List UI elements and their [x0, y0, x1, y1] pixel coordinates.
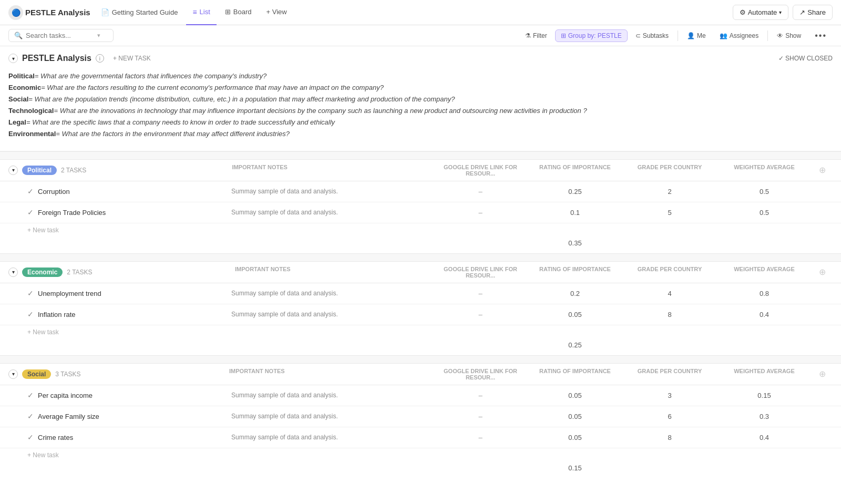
task-name-cell: ✓ Per capita income — [27, 391, 227, 399]
col-header-rating-e: RATING OF IMPORTANCE — [528, 266, 622, 279]
more-button[interactable]: ••• — [809, 28, 833, 43]
tab-view[interactable]: + View — [260, 0, 293, 25]
group-economic-count: 2 TASKS — [67, 269, 92, 276]
task-name[interactable]: Per capita income — [38, 392, 93, 399]
new-task-row-political[interactable]: + New task — [0, 223, 841, 237]
task-notes: Summay sample of data and analysis. — [227, 209, 433, 216]
list-icon: ≡ — [192, 8, 197, 16]
task-name[interactable]: Average Family size — [38, 413, 99, 420]
table-row: ✓ Unemployment trend Summay sample of da… — [0, 283, 841, 304]
add-col-p[interactable]: ⊕ — [812, 164, 833, 177]
col-header-grade-p: GRADE PER COUNTRY — [622, 164, 717, 177]
total-rating-s: 0.15 — [528, 464, 622, 472]
task-notes: Summay sample of data and analysis. — [227, 311, 433, 318]
desc-line-political: Political= What are the governmental fac… — [8, 70, 833, 82]
assignees-button[interactable]: 👥 Assignees — [714, 29, 764, 42]
check-icon: ✓ — [27, 433, 34, 441]
add-col-e[interactable]: ⊕ — [812, 266, 833, 279]
task-name[interactable]: Foreign Trade Policies — [38, 209, 106, 217]
doc-tab[interactable]: 📄 Getting Started Guide — [97, 6, 182, 18]
new-task-row-social[interactable]: + New task — [0, 448, 841, 462]
table-row: ✓ Average Family size Summay sample of d… — [0, 406, 841, 427]
task-weighted: 0.4 — [717, 311, 812, 318]
chevron-down-icon: ▾ — [97, 32, 100, 39]
task-name[interactable]: Corruption — [38, 188, 70, 196]
tab-list[interactable]: ≡ List — [186, 0, 216, 25]
task-drive: – — [433, 188, 528, 196]
toolbar-right: ⚗ Filter ⊞ Group by: PESTLE ⊂ Subtasks 👤… — [519, 28, 833, 43]
col-header-drive-e: GOOGLE DRIVE LINK FOR RESOUR... — [433, 266, 528, 279]
task-name-cell: ✓ Average Family size — [27, 412, 227, 420]
check-icon: ✓ — [27, 391, 34, 399]
app-icon[interactable]: 🔵 — [8, 5, 23, 20]
new-task-row-economic[interactable]: + New task — [0, 325, 841, 339]
col-header-rating-s: RATING OF IMPORTANCE — [528, 368, 622, 380]
group-social-collapse[interactable]: ▾ — [8, 369, 18, 379]
group-economic-header: ▾ Economic 2 TASKS IMPORTANT NOTES GOOGL… — [0, 262, 841, 283]
search-input[interactable] — [26, 32, 94, 39]
group-political: ▾ Political 2 TASKS IMPORTANT NOTES GOOG… — [0, 160, 841, 253]
task-rating: 0.1 — [528, 209, 622, 217]
filter-icon: ⚗ — [525, 32, 531, 39]
me-button[interactable]: 👤 Me — [681, 29, 712, 42]
check-icon: ✓ — [27, 289, 34, 297]
col-header-notes-s: IMPORTANT NOTES — [81, 368, 433, 380]
task-weighted: 0.5 — [717, 209, 812, 217]
show-closed-button[interactable]: ✓ SHOW CLOSED — [778, 55, 833, 62]
filter-button[interactable]: ⚗ Filter — [519, 29, 553, 42]
main-content: ▾ PESTLE Analysis i + NEW TASK ✓ SHOW CL… — [0, 46, 841, 504]
task-grade: 5 — [622, 209, 717, 217]
subtasks-button[interactable]: ⊂ Subtasks — [630, 29, 674, 42]
new-task-button[interactable]: + NEW TASK — [108, 53, 156, 64]
share-icon: ↗ — [799, 8, 805, 16]
group-political-badge: Political — [22, 166, 57, 175]
show-button[interactable]: 👁 Show — [771, 29, 807, 42]
task-grade: 8 — [622, 311, 717, 318]
task-weighted: 0.3 — [717, 413, 812, 420]
col-header-drive-s: GOOGLE DRIVE LINK FOR RESOUR... — [433, 368, 528, 380]
separator — [678, 30, 678, 41]
collapse-button[interactable]: ▾ — [8, 54, 18, 63]
total-row-political: 0.35 — [0, 237, 841, 253]
desc-header: ▾ PESTLE Analysis i + NEW TASK ✓ SHOW CL… — [8, 53, 833, 64]
doc-icon: 📄 — [101, 8, 109, 16]
col-header-weighted-e: WEIGHTED AVERAGE — [717, 266, 812, 279]
total-rating-p: 0.35 — [528, 239, 622, 247]
col-header-grade-e: GRADE PER COUNTRY — [622, 266, 717, 279]
table-row: ✓ Per capita income Summay sample of dat… — [0, 385, 841, 406]
task-grade: 6 — [622, 413, 717, 420]
group-economic-collapse[interactable]: ▾ — [8, 268, 18, 277]
task-drive: – — [433, 392, 528, 399]
check-icon: ✓ — [27, 187, 34, 196]
group-social-count: 3 TASKS — [55, 371, 80, 378]
board-icon: ⊞ — [225, 8, 231, 16]
tab-board[interactable]: ⊞ Board — [219, 0, 258, 25]
group-political-collapse[interactable]: ▾ — [8, 166, 18, 175]
task-name-cell: ✓ Corruption — [27, 187, 227, 196]
task-rating: 0.05 — [528, 311, 622, 318]
task-rating: 0.25 — [528, 188, 622, 196]
col-header-notes-p: IMPORTANT NOTES — [86, 164, 433, 177]
task-name[interactable]: Inflation rate — [38, 311, 76, 318]
group-by-button[interactable]: ⊞ Group by: PESTLE — [555, 29, 628, 42]
table-row: ✓ Foreign Trade Policies Summay sample o… — [0, 202, 841, 223]
table-row: ✓ Crime rates Summay sample of data and … — [0, 427, 841, 448]
subtasks-icon: ⊂ — [635, 32, 641, 39]
group-social: ▾ Social 3 TASKS IMPORTANT NOTES GOOGLE … — [0, 364, 841, 478]
task-name[interactable]: Crime rates — [38, 434, 73, 441]
task-notes: Summay sample of data and analysis. — [227, 413, 433, 420]
total-drive-p — [433, 239, 528, 247]
add-col-s[interactable]: ⊕ — [812, 368, 833, 380]
group-icon: ⊞ — [561, 32, 566, 39]
app-title: PESTLE Analysis — [25, 8, 90, 17]
search-box[interactable]: 🔍 ▾ — [8, 29, 114, 42]
info-icon[interactable]: i — [96, 54, 104, 63]
separator2 — [767, 30, 768, 41]
automate-button[interactable]: ⚙ Automate ▾ — [733, 5, 789, 20]
share-button[interactable]: ↗ Share — [793, 5, 833, 20]
group-separator-1 — [0, 253, 841, 262]
total-drive-s — [433, 464, 528, 472]
col-header-grade-s: GRADE PER COUNTRY — [622, 368, 717, 380]
task-name[interactable]: Unemployment trend — [38, 290, 101, 297]
table-row: ✓ Inflation rate Summay sample of data a… — [0, 304, 841, 325]
